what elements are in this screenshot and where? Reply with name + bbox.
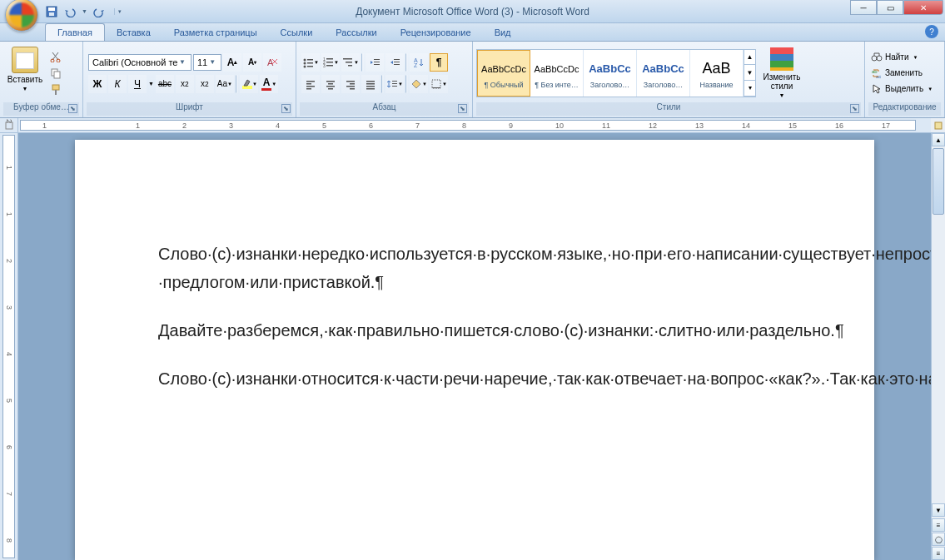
scroll-up-icon[interactable]: ▲ — [932, 133, 945, 146]
cut-icon[interactable] — [48, 49, 63, 64]
tab-home[interactable]: Главная — [45, 23, 105, 41]
separator — [381, 75, 384, 93]
find-button[interactable]: Найти▼ — [868, 51, 935, 64]
ruler-toggle-icon[interactable] — [931, 118, 945, 132]
scroll-thumb[interactable] — [933, 148, 944, 215]
italic-button[interactable]: К — [108, 75, 127, 93]
font-color-button[interactable]: A▼ — [260, 75, 278, 93]
paste-dropdown-icon[interactable]: ▼ — [22, 86, 28, 92]
subscript-button[interactable]: x2 — [176, 75, 194, 93]
svg-rect-25 — [348, 65, 352, 67]
select-button[interactable]: Выделить▼ — [868, 82, 935, 96]
svg-rect-47 — [366, 83, 375, 85]
svg-rect-36 — [306, 86, 315, 87]
font-launcher[interactable]: ⬊ — [281, 104, 291, 113]
multilevel-button[interactable]: ▼ — [341, 53, 360, 72]
office-button[interactable] — [5, 0, 38, 32]
redo-icon[interactable] — [92, 5, 106, 18]
svg-point-15 — [304, 65, 306, 67]
paragraph[interactable]: Слово·(с)·изнанки·нередко·используется·в… — [158, 240, 791, 296]
numbering-button[interactable]: 123▼ — [321, 53, 340, 72]
gallery-up-icon[interactable]: ▲ — [744, 50, 755, 66]
save-icon[interactable] — [45, 5, 58, 18]
prev-page-icon[interactable]: ≡ — [932, 518, 945, 532]
font-size-combo[interactable]: 11▼ — [193, 54, 221, 71]
minimize-button[interactable]: ─ — [850, 0, 877, 15]
bold-button[interactable]: Ж — [88, 75, 107, 93]
gallery-more-icon[interactable]: ▾ — [744, 81, 755, 97]
svg-rect-39 — [328, 83, 333, 85]
format-painter-icon[interactable] — [48, 82, 63, 97]
svg-rect-41 — [328, 88, 333, 90]
underline-button[interactable]: Ч — [128, 75, 147, 93]
decrease-indent-button[interactable] — [366, 53, 384, 72]
copy-icon[interactable] — [48, 66, 63, 81]
sort-button[interactable]: AZ — [410, 53, 428, 72]
undo-dropdown-icon[interactable]: ▼ — [82, 8, 87, 14]
ruler-vertical[interactable]: 2112345678 — [0, 133, 18, 560]
borders-button[interactable]: ▼ — [430, 75, 448, 93]
paste-button[interactable]: Вставить ▼ — [3, 46, 47, 101]
svg-rect-18 — [326, 58, 333, 60]
quick-access-toolbar: ▼ ▾ — [45, 5, 122, 18]
show-marks-button[interactable]: ¶ — [430, 53, 448, 72]
paragraph[interactable]: Слово·(с)·изнанки·относится·к·части·речи… — [158, 364, 791, 393]
page[interactable]: Слово·(с)·изнанки·нередко·используется·в… — [75, 140, 874, 560]
style-title[interactable]: АаВ Название — [690, 50, 744, 97]
styles-launcher[interactable]: ⬊ — [850, 104, 859, 113]
tab-mailings[interactable]: Рассылки — [324, 24, 388, 41]
line-spacing-button[interactable]: ▼ — [385, 75, 404, 93]
change-case-button[interactable]: Aa▼ — [216, 75, 234, 93]
align-right-button[interactable] — [341, 75, 360, 93]
svg-rect-46 — [366, 81, 375, 82]
help-icon[interactable]: ? — [925, 25, 938, 38]
svg-rect-27 — [374, 62, 380, 62]
svg-rect-42 — [346, 81, 355, 82]
style-no-spacing[interactable]: AaBbCcDc ¶ Без инте… — [530, 50, 584, 97]
document-viewport[interactable]: Слово·(с)·изнанки·нередко·используется·в… — [18, 133, 931, 560]
tab-layout[interactable]: Разметка страницы — [162, 24, 269, 41]
increase-indent-button[interactable] — [385, 53, 404, 72]
svg-point-55 — [872, 56, 877, 61]
next-page-icon[interactable]: ≡ — [932, 547, 945, 560]
justify-button[interactable] — [361, 75, 380, 93]
ruler-horizontal[interactable]: 211234567891011121314151617 — [20, 120, 916, 131]
shading-button[interactable]: ▼ — [410, 75, 428, 93]
align-center-button[interactable] — [321, 75, 340, 93]
style-heading1[interactable]: AaBbCc Заголово… — [584, 50, 637, 97]
undo-icon[interactable] — [63, 5, 77, 18]
svg-rect-48 — [366, 86, 375, 87]
strike-button[interactable]: abc — [156, 75, 174, 93]
qat-customize-icon[interactable]: ▾ — [114, 8, 122, 15]
shrink-font-button[interactable]: A▾ — [243, 53, 261, 72]
clipboard-launcher[interactable]: ⬊ — [68, 104, 77, 113]
tab-references[interactable]: Ссылки — [269, 24, 325, 41]
style-heading2[interactable]: AaBbCc Заголово… — [637, 50, 690, 97]
superscript-button[interactable]: x2 — [196, 75, 214, 93]
scroll-down-icon[interactable]: ▼ — [932, 503, 945, 517]
gallery-down-icon[interactable]: ▼ — [744, 65, 755, 81]
maximize-button[interactable]: ▭ — [877, 0, 903, 15]
grow-font-button[interactable]: A▴ — [223, 53, 241, 72]
change-styles-button[interactable]: Изменить стили ▼ — [761, 47, 803, 98]
clear-format-button[interactable]: A — [263, 53, 281, 72]
close-button[interactable]: ✕ — [903, 0, 943, 15]
svg-rect-20 — [326, 62, 333, 63]
vertical-scrollbar[interactable]: ▲ ▼ ≡ ◯ ≡ — [931, 133, 945, 560]
paragraph-launcher[interactable]: ⬊ — [458, 104, 467, 113]
editing-label: Редактирование — [868, 102, 941, 116]
tab-review[interactable]: Рецензирование — [389, 24, 483, 41]
style-normal[interactable]: AaBbCcDc ¶ Обычный — [477, 50, 530, 97]
align-left-button[interactable] — [301, 75, 320, 93]
replace-icon: abac — [871, 67, 883, 79]
replace-button[interactable]: abac Заменить — [868, 67, 935, 80]
underline-dropdown-icon[interactable]: ▼ — [148, 81, 154, 87]
bullets-button[interactable]: ▼ — [301, 53, 320, 72]
tab-view[interactable]: Вид — [483, 24, 523, 41]
highlight-button[interactable]: ▼ — [240, 75, 258, 93]
font-name-combo[interactable]: Calibri (Основной те▼ — [88, 54, 191, 71]
tab-insert[interactable]: Вставка — [105, 24, 162, 41]
svg-rect-45 — [350, 88, 355, 90]
browse-object-icon[interactable]: ◯ — [932, 533, 945, 546]
paragraph[interactable]: Давайте·разберемся,·как·правильно·пишетс… — [158, 316, 791, 344]
